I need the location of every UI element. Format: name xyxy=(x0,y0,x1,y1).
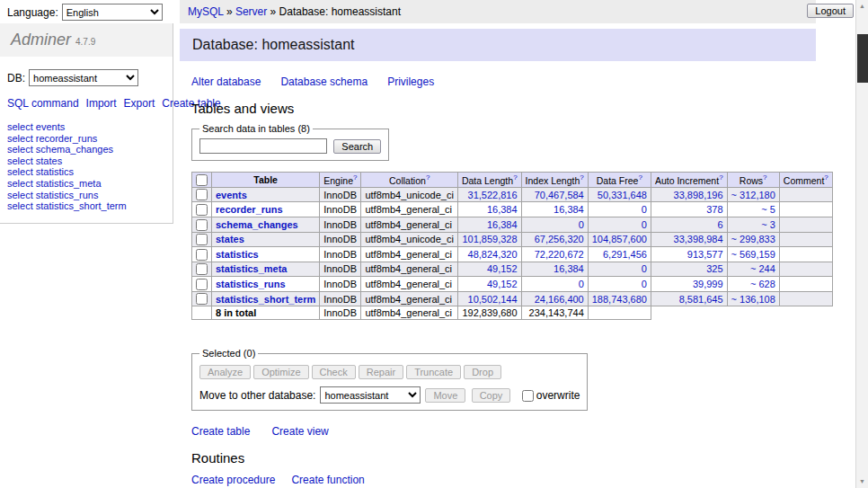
sidebar-table-link[interactable]: select states xyxy=(7,155,62,166)
row-checkbox[interactable] xyxy=(196,204,208,216)
sidebar-table-link[interactable]: select statistics_meta xyxy=(7,178,102,189)
index-length-link[interactable]: 16,384 xyxy=(554,263,584,274)
data-free-link[interactable]: 104,857,600 xyxy=(592,234,647,244)
rows-link[interactable]: ~ 299,833 xyxy=(731,234,775,244)
check-button[interactable]: Check xyxy=(312,365,356,379)
data-length-link[interactable]: 101,859,328 xyxy=(462,234,517,244)
create-link[interactable]: Create table xyxy=(191,425,250,438)
auto-increment-link[interactable]: 325 xyxy=(706,263,722,274)
table-name-link[interactable]: schema_changes xyxy=(216,219,298,230)
data-length-link[interactable]: 49,152 xyxy=(487,263,518,274)
rows-link[interactable]: ~ 569,159 xyxy=(731,249,775,260)
app-version[interactable]: 4.7.9 xyxy=(75,37,95,47)
data-free-link[interactable]: 188,743,680 xyxy=(592,294,647,305)
app-name[interactable]: Adminer xyxy=(11,31,71,49)
help-icon[interactable]: ? xyxy=(426,173,430,182)
help-icon[interactable]: ? xyxy=(513,173,517,182)
database-nav-link[interactable]: Alter database xyxy=(191,75,261,88)
move-button[interactable]: Move xyxy=(425,388,465,403)
search-button[interactable]: Search xyxy=(333,139,381,154)
rows-link[interactable]: ~ 5 xyxy=(761,204,775,215)
data-free-link[interactable]: 0 xyxy=(642,263,647,274)
data-free-link[interactable]: 0 xyxy=(642,279,647,289)
table-name-link[interactable]: recorder_runs xyxy=(216,204,283,215)
data-free-link[interactable]: 0 xyxy=(642,204,647,215)
rows-link[interactable]: ~ 312,180 xyxy=(731,190,775,200)
repair-button[interactable]: Repair xyxy=(359,365,403,379)
scrollbar-thumb[interactable] xyxy=(857,34,868,83)
analyze-button[interactable]: Analyze xyxy=(199,365,251,379)
rows-link[interactable]: ~ 628 xyxy=(750,279,775,289)
database-nav-link[interactable]: Database schema xyxy=(280,75,368,88)
data-length-link[interactable]: 16,384 xyxy=(487,219,518,230)
auto-increment-link[interactable]: 39,999 xyxy=(693,279,723,289)
auto-increment-link[interactable]: 6 xyxy=(717,219,722,230)
row-checkbox[interactable] xyxy=(196,249,208,261)
row-checkbox[interactable] xyxy=(196,234,208,245)
help-icon[interactable]: ? xyxy=(824,173,828,182)
data-length-link[interactable]: 31,522,816 xyxy=(468,190,518,200)
sidebar-table-link[interactable]: select schema_changes xyxy=(7,144,113,155)
index-length-link[interactable]: 16,384 xyxy=(554,204,584,215)
data-length-link[interactable]: 10,502,144 xyxy=(468,294,518,305)
sidebar-table-link[interactable]: select statistics xyxy=(7,166,74,177)
help-icon[interactable]: ? xyxy=(353,173,357,182)
help-icon[interactable]: ? xyxy=(763,173,766,182)
table-name-link[interactable]: statistics_short_term xyxy=(216,294,315,305)
sidebar-action-link[interactable]: Import xyxy=(86,97,117,110)
auto-increment-link[interactable]: 913,577 xyxy=(687,249,723,260)
sidebar-table-link[interactable]: select statistics_short_term xyxy=(7,200,127,211)
move-database-select[interactable]: homeassistant xyxy=(320,386,421,404)
scroll-up-icon[interactable]: ▲ xyxy=(856,0,868,13)
auto-increment-link[interactable]: 33,398,984 xyxy=(674,234,723,244)
row-checkbox[interactable] xyxy=(196,263,208,275)
index-length-link[interactable]: 67,256,320 xyxy=(535,234,584,244)
truncate-button[interactable]: Truncate xyxy=(406,365,461,379)
breadcrumb-link[interactable]: MySQL xyxy=(188,5,224,18)
table-name-link[interactable]: statistics_runs xyxy=(216,279,286,289)
auto-increment-link[interactable]: 8,581,645 xyxy=(679,294,723,305)
routine-create-link[interactable]: Create procedure xyxy=(191,474,275,486)
sidebar-table-link[interactable]: select events xyxy=(7,121,65,132)
row-checkbox[interactable] xyxy=(196,279,208,290)
help-icon[interactable]: ? xyxy=(638,173,642,182)
scroll-down-icon[interactable]: ▼ xyxy=(856,475,868,488)
logout-button[interactable]: Logout xyxy=(807,4,854,18)
routine-create-link[interactable]: Create function xyxy=(291,474,364,486)
auto-increment-link[interactable]: 378 xyxy=(706,204,722,215)
overwrite-checkbox[interactable] xyxy=(522,390,534,402)
table-name-link[interactable]: statistics xyxy=(216,249,259,260)
rows-link[interactable]: ~ 136,108 xyxy=(731,294,775,305)
data-free-link[interactable]: 6,291,456 xyxy=(603,249,647,260)
breadcrumb-link[interactable]: Server xyxy=(235,5,267,18)
help-icon[interactable]: ? xyxy=(580,173,583,182)
create-link[interactable]: Create view xyxy=(271,425,328,438)
row-checkbox[interactable] xyxy=(196,219,208,231)
language-select[interactable]: English xyxy=(62,4,163,21)
rows-link[interactable]: ~ 244 xyxy=(750,263,775,274)
data-length-link[interactable]: 49,152 xyxy=(487,279,518,289)
database-nav-link[interactable]: Privileges xyxy=(387,75,434,88)
drop-button[interactable]: Drop xyxy=(464,365,501,379)
db-select[interactable]: homeassistant xyxy=(29,69,138,86)
scrollbar[interactable]: ▲ ▼ xyxy=(855,0,868,488)
sidebar-action-link[interactable]: SQL command xyxy=(7,97,79,110)
auto-increment-link[interactable]: 33,898,196 xyxy=(674,190,723,200)
sidebar-table-link[interactable]: select recorder_runs xyxy=(7,133,97,144)
rows-link[interactable]: ~ 3 xyxy=(761,219,775,230)
data-length-link[interactable]: 16,384 xyxy=(487,204,518,215)
sidebar-table-link[interactable]: select statistics_runs xyxy=(7,190,98,200)
select-all-checkbox[interactable] xyxy=(196,174,208,186)
index-length-link[interactable]: 70,467,584 xyxy=(535,190,584,200)
sidebar-action-link[interactable]: Export xyxy=(124,97,155,110)
row-checkbox[interactable] xyxy=(196,293,208,305)
copy-button[interactable]: Copy xyxy=(472,388,511,403)
index-length-link[interactable]: 0 xyxy=(579,219,584,230)
optimize-button[interactable]: Optimize xyxy=(253,365,308,379)
table-name-link[interactable]: states xyxy=(216,234,244,244)
data-free-link[interactable]: 0 xyxy=(642,219,647,230)
index-length-link[interactable]: 0 xyxy=(579,279,584,289)
search-input[interactable] xyxy=(199,138,327,154)
data-free-link[interactable]: 50,331,648 xyxy=(598,190,647,200)
data-length-link[interactable]: 48,824,320 xyxy=(468,249,518,260)
